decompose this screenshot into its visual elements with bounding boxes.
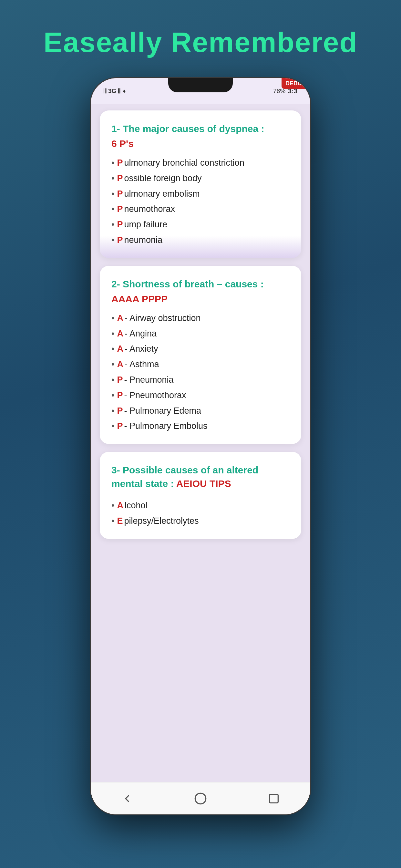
bullet: •: [112, 374, 114, 386]
list-item: • Possible foreign body: [112, 173, 289, 185]
list-item: • Pneumothorax: [112, 203, 289, 215]
item-text: - Pulmonary Edema: [124, 405, 201, 417]
letter: P: [117, 390, 123, 402]
item-text: ulmonary embolism: [124, 188, 199, 200]
bullet: •: [112, 390, 114, 402]
status-left: 𝄃𝄃 3G 𝄃𝄃 ♦: [104, 88, 126, 95]
bullet: •: [112, 188, 114, 200]
sound-icon: ♦: [123, 88, 126, 95]
bullet: •: [112, 515, 114, 527]
list-item: • A - Asthma: [112, 359, 289, 371]
letter: A: [117, 328, 123, 340]
debug-badge: DEBUG: [281, 78, 310, 89]
bullet: •: [112, 420, 114, 432]
back-icon: [121, 792, 134, 805]
phone-frame: 𝄃𝄃 3G 𝄃𝄃 ♦ 78% 3:3 DEBUG 1- The major ca…: [91, 78, 310, 814]
letter: A: [117, 343, 123, 355]
card1-title: 1- The major causes of dyspnea :: [112, 122, 289, 135]
card3-title: 3- Possible causes of an altered mental …: [112, 463, 289, 491]
bullet: •: [112, 359, 114, 371]
card2-mnemonic: AAAA PPPP: [112, 293, 289, 305]
list-item: • Epilepsy/Electrolytes: [112, 515, 289, 527]
bullet: •: [112, 234, 114, 246]
card-dyspnea: 1- The major causes of dyspnea : 6 P's •…: [100, 111, 301, 258]
nav-bar: [91, 782, 310, 814]
item-text: - Pneumothorax: [124, 390, 186, 402]
recent-button[interactable]: [266, 790, 282, 807]
app-title: Easeally Remembered: [43, 26, 358, 59]
letter: P: [117, 420, 123, 432]
list-item: • Pneumonia: [112, 234, 289, 246]
item-text: ump failure: [124, 219, 167, 231]
card2-number: 2-: [112, 279, 123, 289]
letter: A: [117, 359, 123, 371]
bullet: •: [112, 500, 114, 512]
card-mental: 3- Possible causes of an altered mental …: [100, 452, 301, 539]
item-text: - Asthma: [125, 359, 159, 371]
bullet: •: [112, 219, 114, 231]
bullet: •: [112, 157, 114, 169]
card2-list: • A - Airway obstruction • A - Angina • …: [112, 312, 289, 432]
network-type: 3G: [108, 88, 116, 95]
bullet: •: [112, 173, 114, 185]
card3-mnemonic-inline: AEIOU TIPS: [176, 478, 231, 489]
bullet: •: [112, 312, 114, 324]
letter: A: [117, 500, 123, 512]
back-button[interactable]: [119, 790, 135, 807]
status-right: 78% 3:3 DEBUG: [273, 88, 297, 95]
letter: P: [117, 405, 123, 417]
svg-point-0: [195, 793, 206, 804]
item-text: - Pneumonia: [124, 374, 174, 386]
list-item: • Pulmonary embolism: [112, 188, 289, 200]
item-text: ulmonary bronchial constriction: [124, 157, 244, 169]
item-text: - Airway obstruction: [125, 312, 201, 324]
bullet: •: [112, 203, 114, 215]
screen-content[interactable]: 1- The major causes of dyspnea : 6 P's •…: [91, 104, 310, 782]
recent-icon: [267, 792, 280, 805]
list-item: • P - Pulmonary Edema: [112, 405, 289, 417]
item-text: - Anxiety: [125, 343, 158, 355]
item-text: lcohol: [125, 500, 148, 512]
signal-icon: 𝄃𝄃: [104, 88, 106, 95]
card1-number: 1-: [112, 123, 123, 134]
item-text: - Angina: [125, 328, 157, 340]
card1-mnemonic: 6 P's: [112, 138, 289, 149]
list-item: • Pulmonary bronchial constriction: [112, 157, 289, 169]
letter: E: [117, 515, 123, 527]
letter: P: [117, 203, 123, 215]
bullet: •: [112, 343, 114, 355]
list-item: • Pump failure: [112, 219, 289, 231]
list-item: • P - Pulmonary Embolus: [112, 420, 289, 432]
svg-rect-1: [269, 794, 278, 803]
phone-screen: 𝄃𝄃 3G 𝄃𝄃 ♦ 78% 3:3 DEBUG 1- The major ca…: [91, 78, 310, 814]
list-item: • Alcohol: [112, 500, 289, 512]
signal2-icon: 𝄃𝄃: [118, 88, 121, 95]
status-bar: 𝄃𝄃 3G 𝄃𝄃 ♦ 78% 3:3 DEBUG: [91, 78, 310, 104]
card3-number: 3-: [112, 465, 123, 475]
item-text: neumothorax: [124, 203, 175, 215]
letter: P: [117, 173, 123, 185]
home-icon: [194, 792, 207, 805]
letter: P: [117, 234, 123, 246]
item-text: - Pulmonary Embolus: [124, 420, 207, 432]
letter: P: [117, 374, 123, 386]
card3-list: • Alcohol • Epilepsy/Electrolytes: [112, 500, 289, 527]
list-item: • A - Angina: [112, 328, 289, 340]
card1-list: • Pulmonary bronchial constriction • Pos…: [112, 157, 289, 246]
item-text: neumonia: [124, 234, 162, 246]
letter: P: [117, 157, 123, 169]
letter: P: [117, 188, 123, 200]
bullet: •: [112, 405, 114, 417]
card2-title: 2- Shortness of breath – causes :: [112, 277, 289, 291]
card2-title-text: Shortness of breath – causes: [123, 279, 258, 289]
item-text: ossible foreign body: [124, 173, 202, 185]
list-item: • A - Anxiety: [112, 343, 289, 355]
card1-title-text: The major causes of dyspnea: [123, 123, 258, 134]
card-sob: 2- Shortness of breath – causes : AAAA P…: [100, 266, 301, 444]
list-item: • P - Pneumonia: [112, 374, 289, 386]
list-item: • A - Airway obstruction: [112, 312, 289, 324]
notch: [168, 78, 233, 92]
home-button[interactable]: [192, 790, 209, 807]
bullet: •: [112, 328, 114, 340]
letter: P: [117, 219, 123, 231]
